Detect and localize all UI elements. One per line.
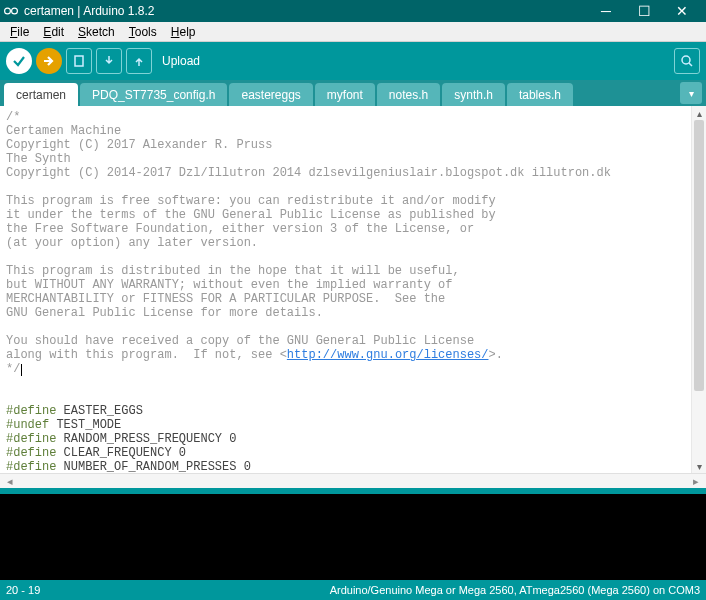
status-bar: 20 - 19 Arduino/Genuino Mega or Mega 256… bbox=[0, 580, 706, 600]
code-content[interactable]: /* Certamen Machine Copyright (C) 2017 A… bbox=[0, 106, 706, 473]
tab-synth[interactable]: synth.h bbox=[442, 83, 505, 106]
open-sketch-button[interactable] bbox=[96, 48, 122, 74]
toolbar-label: Upload bbox=[162, 54, 200, 68]
status-board-info: Arduino/Genuino Mega or Mega 2560, ATmeg… bbox=[330, 584, 700, 596]
window-title: certamen | Arduino 1.8.2 bbox=[24, 4, 596, 18]
scroll-thumb[interactable] bbox=[694, 120, 704, 391]
scroll-right-arrow[interactable]: ▸ bbox=[689, 475, 703, 488]
tab-menu-button[interactable]: ▾ bbox=[680, 82, 702, 104]
license-link[interactable]: http://www.gnu.org/licenses/ bbox=[287, 348, 489, 362]
tab-pdq-config[interactable]: PDQ_ST7735_config.h bbox=[80, 83, 227, 106]
toolbar: Upload bbox=[0, 42, 706, 80]
svg-point-3 bbox=[682, 56, 690, 64]
maximize-button[interactable]: ☐ bbox=[634, 3, 654, 19]
serial-monitor-button[interactable] bbox=[674, 48, 700, 74]
text-cursor bbox=[21, 364, 22, 376]
menu-file[interactable]: File bbox=[4, 23, 35, 41]
arduino-icon bbox=[4, 5, 18, 17]
horizontal-scrollbar[interactable]: ◂ ▸ bbox=[0, 473, 706, 488]
menu-edit[interactable]: Edit bbox=[37, 23, 70, 41]
svg-point-1 bbox=[12, 8, 18, 14]
new-sketch-button[interactable] bbox=[66, 48, 92, 74]
menu-sketch[interactable]: Sketch bbox=[72, 23, 121, 41]
save-sketch-button[interactable] bbox=[126, 48, 152, 74]
console-output[interactable] bbox=[0, 494, 706, 580]
tab-tables[interactable]: tables.h bbox=[507, 83, 573, 106]
menu-help[interactable]: Help bbox=[165, 23, 202, 41]
status-cursor-pos: 20 - 19 bbox=[6, 584, 40, 596]
close-button[interactable]: ✕ bbox=[672, 3, 692, 19]
verify-button[interactable] bbox=[6, 48, 32, 74]
tab-bar: certamen PDQ_ST7735_config.h eastereggs … bbox=[0, 80, 706, 106]
upload-button[interactable] bbox=[36, 48, 62, 74]
tab-certamen[interactable]: certamen bbox=[4, 83, 78, 106]
svg-rect-2 bbox=[75, 56, 83, 66]
scroll-left-arrow[interactable]: ◂ bbox=[3, 475, 17, 488]
code-editor[interactable]: /* Certamen Machine Copyright (C) 2017 A… bbox=[0, 106, 706, 473]
svg-point-0 bbox=[5, 8, 11, 14]
title-bar: certamen | Arduino 1.8.2 ─ ☐ ✕ bbox=[0, 0, 706, 22]
menu-tools[interactable]: Tools bbox=[123, 23, 163, 41]
vertical-scrollbar[interactable]: ▴ ▾ bbox=[691, 106, 706, 473]
menu-bar: File Edit Sketch Tools Help bbox=[0, 22, 706, 42]
tab-notes[interactable]: notes.h bbox=[377, 83, 440, 106]
bottom-pane bbox=[0, 488, 706, 580]
tab-eastereggs[interactable]: eastereggs bbox=[229, 83, 312, 106]
tab-myfont[interactable]: myfont bbox=[315, 83, 375, 106]
scroll-up-arrow[interactable]: ▴ bbox=[697, 106, 702, 120]
minimize-button[interactable]: ─ bbox=[596, 3, 616, 19]
scroll-down-arrow[interactable]: ▾ bbox=[697, 459, 702, 473]
